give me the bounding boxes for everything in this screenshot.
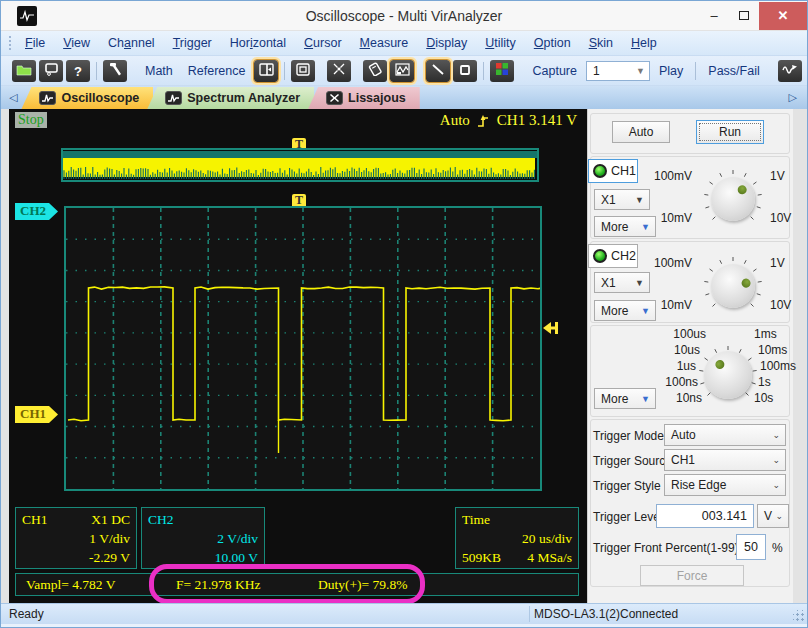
color-palette-button[interactable] [490,60,514,82]
ch2-probe-select[interactable]: X1▼ [594,272,650,293]
ch2-more-label: More [601,304,628,318]
ch1-volts-knob[interactable]: 100mV 1V 10mV 10V [650,161,790,237]
trigger-level-input[interactable]: 003.141 [656,504,754,528]
menu-item-channel[interactable]: Channel [99,34,164,52]
ch1-position-marker[interactable]: CH1 [15,406,58,423]
trigger-mode-select[interactable]: Auto⌄ [664,424,786,446]
menu-item-view[interactable]: View [54,34,99,52]
tabs-scroll-right-icon[interactable]: ▷ [785,91,801,104]
stop-display-button[interactable] [453,60,477,82]
auto-button[interactable]: Auto [612,121,670,143]
vampl-measure: Vampl= 4.782 V [26,577,116,593]
menu-item-skin[interactable]: Skin [580,34,622,52]
trigger-source-value: CH1 [671,453,695,467]
trigger-source-select[interactable]: CH1⌄ [664,449,786,471]
ch2-more-select[interactable]: More▼ [594,300,656,321]
ch2-button-label: CH2 [611,249,636,263]
knob-label: 1s [758,375,771,389]
device-panel-button[interactable] [363,60,387,82]
open-file-button[interactable] [12,60,36,82]
dds-button[interactable] [778,60,802,82]
trigger-level-unit-select[interactable]: V⌄ [757,504,789,528]
knob-indicator-dot [740,277,751,288]
play-button[interactable]: Play [653,61,689,81]
autoset-button[interactable] [327,60,351,82]
tab-oscilloscope[interactable]: Oscilloscope [21,87,153,109]
force-trigger-button[interactable]: Force [640,565,744,586]
menu-item-cursor[interactable]: Cursor [295,34,351,52]
ch1-probe-select[interactable]: X1▼ [594,189,650,210]
monitor-icon [44,62,59,80]
tab-spectrum-analyzer[interactable]: Spectrum Analyzer [147,87,314,109]
capture-count-select[interactable]: 1▼ [586,61,650,81]
trigger-mode-value: Auto [671,428,696,442]
ch1-enable-button[interactable]: CH1 [588,159,638,183]
ch1-scale: 1 V/div [89,529,130,548]
ch1-more-select[interactable]: More▼ [594,216,656,237]
window-title: Oscilloscope - Multi VirAnalyzer [1,8,807,24]
folder-icon [16,62,32,80]
passfail-button[interactable]: Pass/Fail [702,61,765,81]
trigger-level-label: Trigger Level [593,510,663,524]
trigger-status: Auto CH1 3.141 V [440,112,577,129]
math-button[interactable]: Math [139,61,179,81]
chevron-down-icon: ▼ [636,66,645,76]
knob-label: 10mV [661,298,692,312]
knob-label: 1V [770,256,785,270]
split-view-button[interactable] [254,60,278,82]
timebase-more-select[interactable]: More▼ [594,388,656,409]
run-button[interactable]: Run [696,120,764,144]
menu-item-option[interactable]: Option [525,34,580,52]
ch2-led-icon [593,249,607,263]
trigger-front-input[interactable]: 50 [736,534,766,560]
help-button[interactable]: ? [66,60,90,82]
trigger-style-select[interactable]: Rise Edge⌄ [664,474,786,496]
status-divider [529,606,530,622]
run-button-label: Run [699,123,761,141]
cursor-line-button[interactable] [426,60,450,82]
display-capture-button[interactable] [39,60,63,82]
ch1-coupling: X1 DC [91,510,130,529]
single-view-button[interactable] [291,60,315,82]
ch2-readout-title: CH2 [148,510,174,529]
tabs-scroll-left-icon[interactable]: ◁ [5,91,21,104]
tab-lissajous[interactable]: Lissajous [308,87,420,109]
timebase-more-label: More [601,392,628,406]
chevron-down-icon: ▼ [635,278,644,288]
main-graticule[interactable] [64,206,542,491]
resize-grip[interactable] [793,610,805,622]
chevron-down-icon: ▼ [641,306,650,316]
menu-item-trigger[interactable]: Trigger [164,34,221,52]
ch2-readout-box: CH2 2 V/div 10.00 V [141,507,265,569]
toolbar-grip [8,35,13,52]
ch2-enable-button[interactable]: CH2 [588,244,638,268]
knob-label: 1us [677,359,696,373]
menu-item-horizontal[interactable]: Horizontal [221,34,295,52]
menu-item-display[interactable]: Display [417,34,476,52]
timebase-knob[interactable]: 100us 10us 1us 100ns 10ns 1ms 10ms 100ms… [652,325,792,421]
ch2-volts-knob[interactable]: 100mV 1V 10mV 10V [650,248,790,324]
tab-strip: ◁ OscilloscopeSpectrum AnalyzerLissajous… [1,86,807,109]
waveform-screen-button[interactable] [390,60,414,82]
capture-label: Capture [526,61,582,81]
ch1-readout-title: CH1 [22,510,48,529]
menu-item-help[interactable]: Help [622,34,666,52]
trigger-level-readout: CH1 3.141 V [497,112,577,129]
ch2-position-marker[interactable]: CH2 [15,203,58,220]
acquisition-state: Stop [15,112,47,128]
record-depth: 509KB [462,548,501,567]
time-scale: 20 us/div [522,529,572,548]
reference-button[interactable]: Reference [182,61,252,81]
menu-item-utility[interactable]: Utility [476,34,525,52]
time-readout-box: Time 20 us/div 509KB4 MSa/s [455,507,579,569]
tab-label: Oscilloscope [61,91,139,105]
menu-item-measure[interactable]: Measure [351,34,418,52]
menu-item-file[interactable]: File [16,34,54,52]
waveform-screen-icon [395,62,410,80]
waveform-overview-bar[interactable] [61,148,539,182]
trigger-level-marker[interactable] [542,320,559,340]
control-panel: Auto Run CH1 X1▼ More▼ 100mV 1V 10mV 10V [587,109,793,603]
converge-arrows-icon [332,62,346,80]
knob-label: 10ms [758,343,787,357]
tools-button[interactable] [103,60,127,82]
